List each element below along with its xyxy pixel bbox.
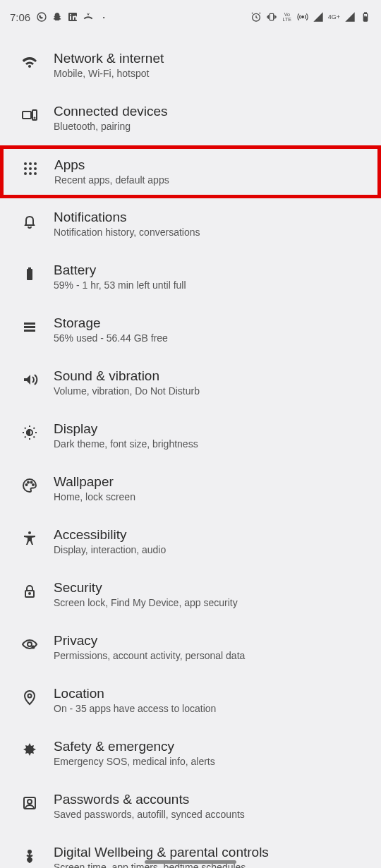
setting-item-accessibility[interactable]: Accessibility Display, interaction, audi… <box>0 516 381 569</box>
setting-item-bell[interactable]: Notifications Notification history, conv… <box>0 198 381 251</box>
setting-item-sound[interactable]: Sound & vibration Volume, vibration, Do … <box>0 357 381 410</box>
whatsapp-icon <box>36 11 47 23</box>
setting-title: Safety & emergency <box>54 739 368 754</box>
setting-item-battery[interactable]: Battery 59% - 1 hr, 53 min left until fu… <box>0 251 381 304</box>
setting-text: Display Dark theme, font size, brightnes… <box>44 421 368 450</box>
setting-item-display[interactable]: Display Dark theme, font size, brightnes… <box>0 410 381 463</box>
svg-rect-37 <box>32 646 34 648</box>
setting-subtitle: Volume, vibration, Do Not Disturb <box>54 385 368 397</box>
setting-text: Battery 59% - 1 hr, 53 min left until fu… <box>44 263 368 291</box>
signal-icon-1 <box>313 11 324 23</box>
setting-title: Network & internet <box>54 51 368 66</box>
svg-rect-10 <box>23 111 31 119</box>
setting-title: Location <box>54 686 368 701</box>
setting-item-lock[interactable]: Security Screen lock, Find My Device, ap… <box>0 569 381 622</box>
sound-icon <box>16 368 44 388</box>
setting-title: Passwords & accounts <box>54 792 368 807</box>
devices-icon <box>16 104 44 123</box>
svg-point-29 <box>28 482 29 483</box>
setting-text: Accessibility Display, interaction, audi… <box>44 527 368 555</box>
setting-text: Sound & vibration Volume, vibration, Do … <box>44 368 368 397</box>
svg-point-6 <box>301 16 303 18</box>
wellbeing-icon <box>16 845 44 864</box>
setting-text: Passwords & accounts Saved passwords, au… <box>44 792 368 820</box>
setting-text: Location On - 35 apps have access to loc… <box>44 686 368 714</box>
svg-point-13 <box>24 162 27 165</box>
setting-text: Safety & emergency Emergency SOS, medica… <box>44 739 368 767</box>
setting-subtitle: 56% used - 56.44 GB free <box>54 332 368 344</box>
setting-subtitle: Permissions, account activity, personal … <box>54 650 368 661</box>
svg-rect-8 <box>365 13 367 13</box>
setting-subtitle: Saved passwords, autofill, synced accoun… <box>54 809 368 820</box>
location-icon <box>16 686 44 706</box>
svg-rect-24 <box>24 323 35 325</box>
setting-title: Digital Wellbeing & parental controls <box>54 845 368 860</box>
svg-point-15 <box>34 162 37 165</box>
svg-rect-5 <box>270 13 273 20</box>
status-left: 7:06 • <box>10 11 109 23</box>
setting-text: Privacy Permissions, account activity, p… <box>44 633 368 661</box>
setting-title: Battery <box>54 263 368 278</box>
svg-point-0 <box>37 13 46 21</box>
setting-subtitle: Mobile, Wi-Fi, hotspot <box>54 68 368 79</box>
status-time: 7:06 <box>10 11 30 23</box>
battery-icon <box>360 11 371 23</box>
svg-point-14 <box>29 162 32 165</box>
svg-point-21 <box>34 172 37 175</box>
setting-item-privacy[interactable]: Privacy Permissions, account activity, p… <box>0 622 381 675</box>
medical-icon <box>16 739 44 759</box>
svg-point-32 <box>28 531 31 534</box>
setting-item-account[interactable]: Passwords & accounts Saved passwords, au… <box>0 780 381 833</box>
hotspot-icon <box>297 11 308 23</box>
setting-subtitle: Emergency SOS, medical info, alerts <box>54 756 368 767</box>
svg-point-30 <box>31 482 32 483</box>
settings-list[interactable]: Network & internet Mobile, Wi-Fi, hotspo… <box>0 31 381 868</box>
setting-text: Storage 56% used - 56.44 GB free <box>44 315 368 344</box>
svg-rect-22 <box>27 269 32 280</box>
svg-point-19 <box>24 172 27 175</box>
svg-point-28 <box>26 484 28 486</box>
svg-point-31 <box>32 484 34 486</box>
linkedin-icon <box>67 11 78 23</box>
palette-icon <box>16 474 44 494</box>
signal-icon-2 <box>344 11 356 23</box>
lock-icon <box>16 580 44 600</box>
setting-item-location[interactable]: Location On - 35 apps have access to loc… <box>0 675 381 728</box>
setting-item-apps[interactable]: Apps Recent apps, default apps <box>0 145 381 198</box>
accessibility-icon <box>16 527 44 547</box>
svg-point-35 <box>28 642 32 646</box>
alarm-icon <box>250 11 262 23</box>
svg-rect-26 <box>24 330 35 332</box>
setting-item-devices[interactable]: Connected devices Bluetooth, pairing <box>0 92 381 145</box>
display-icon <box>16 421 44 441</box>
svg-point-34 <box>29 593 30 594</box>
missed-call-icon <box>83 11 94 23</box>
setting-item-medical[interactable]: Safety & emergency Emergency SOS, medica… <box>0 728 381 780</box>
setting-subtitle: Display, interaction, audio <box>54 544 368 555</box>
setting-item-palette[interactable]: Wallpaper Home, lock screen <box>0 463 381 516</box>
network-type: 4G+ <box>328 13 340 20</box>
privacy-icon <box>16 633 44 653</box>
setting-item-wifi[interactable]: Network & internet Mobile, Wi-Fi, hotspo… <box>0 40 381 92</box>
svg-point-38 <box>28 694 32 698</box>
svg-point-18 <box>34 167 37 170</box>
setting-text: Wallpaper Home, lock screen <box>44 474 368 502</box>
volte-icon: VoLTE <box>282 11 293 23</box>
status-right: VoLTE 4G+ <box>250 11 371 23</box>
setting-subtitle: On - 35 apps have access to location <box>54 703 368 714</box>
nav-indicator[interactable] <box>145 860 236 864</box>
dot-icon: • <box>98 11 109 23</box>
setting-subtitle: Dark theme, font size, brightness <box>54 438 368 450</box>
vibrate-icon <box>266 11 277 23</box>
setting-text: Connected devices Bluetooth, pairing <box>44 104 368 132</box>
account-icon <box>16 792 44 812</box>
setting-title: Connected devices <box>54 104 368 119</box>
storage-icon <box>16 315 44 335</box>
setting-title: Apps <box>54 157 368 173</box>
svg-rect-2 <box>70 16 71 20</box>
setting-item-storage[interactable]: Storage 56% used - 56.44 GB free <box>0 304 381 357</box>
setting-title: Security <box>54 580 368 596</box>
apps-icon <box>16 157 44 177</box>
setting-text: Network & internet Mobile, Wi-Fi, hotspo… <box>44 51 368 79</box>
setting-title: Notifications <box>54 210 368 225</box>
